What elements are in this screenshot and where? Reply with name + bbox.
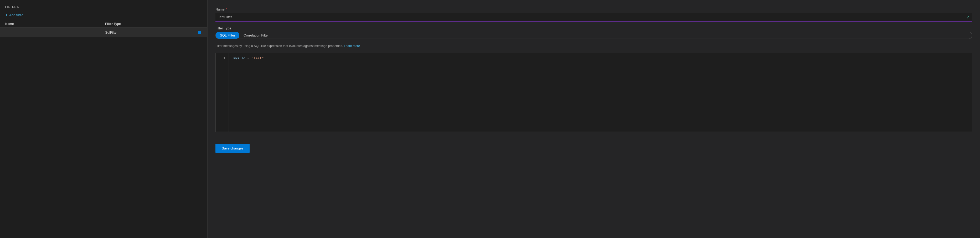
filter-type-button-group: SQL Filter Correlation Filter bbox=[215, 32, 972, 39]
add-filter-button[interactable]: + Add filter bbox=[0, 13, 28, 21]
col-filter-type-header: Filter Type bbox=[105, 22, 121, 26]
name-field-group: Name * ✓ bbox=[215, 7, 972, 22]
check-icon: ✓ bbox=[966, 15, 969, 20]
plus-icon: + bbox=[5, 13, 8, 17]
filter-type-group: Filter Type SQL Filter Correlation Filte… bbox=[215, 26, 972, 39]
code-content: sys.To = "Test" bbox=[229, 53, 972, 132]
code-string: "Test" bbox=[251, 57, 264, 60]
name-input[interactable] bbox=[215, 13, 972, 22]
name-input-wrapper: ✓ bbox=[215, 13, 972, 22]
code-cursor bbox=[264, 57, 264, 60]
filters-header: FILTERS bbox=[0, 5, 207, 13]
row-indicator bbox=[197, 30, 202, 35]
code-editor[interactable]: 1 sys.To = "Test" bbox=[215, 53, 972, 132]
col-name-header: Name bbox=[5, 22, 105, 26]
required-star: * bbox=[226, 7, 227, 11]
add-filter-label: Add filter bbox=[9, 13, 22, 17]
left-panel: FILTERS + Add filter Name Filter Type Sq… bbox=[0, 0, 208, 238]
filters-title: FILTERS bbox=[5, 5, 19, 8]
line-numbers: 1 bbox=[216, 53, 229, 132]
filter-description: Filter messages by using a SQL-like expr… bbox=[215, 44, 972, 48]
name-label: Name * bbox=[215, 7, 972, 11]
save-changes-button[interactable]: Save changes bbox=[215, 144, 250, 153]
right-panel: Name * ✓ Filter Type SQL Filter Correlat… bbox=[208, 0, 980, 238]
row-selected-indicator bbox=[198, 31, 201, 34]
code-keyword: sys.To bbox=[233, 57, 245, 60]
filter-type-label: Filter Type bbox=[215, 26, 972, 30]
table-row[interactable]: SqlFilter bbox=[0, 28, 207, 37]
learn-more-link[interactable]: Learn more bbox=[344, 44, 360, 48]
table-header: Name Filter Type bbox=[0, 21, 207, 28]
row-filter-type-cell: SqlFilter bbox=[105, 30, 197, 35]
correlation-filter-button[interactable]: Correlation Filter bbox=[239, 32, 273, 39]
sql-filter-button[interactable]: SQL Filter bbox=[216, 32, 239, 39]
divider bbox=[215, 138, 972, 138]
